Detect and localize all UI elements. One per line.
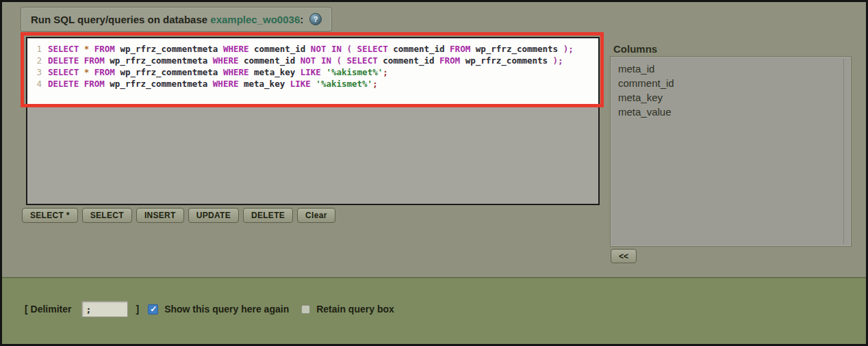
sql-token: DELETE FROM (48, 55, 110, 66)
update-button[interactable]: UPDATE (188, 208, 239, 223)
sql-token: * (84, 67, 94, 77)
sql-code[interactable]: 1SELECT * FROM wp_rfrz_commentmeta WHERE… (27, 38, 576, 90)
sql-token: wp_rfrz_commentmeta (120, 67, 223, 77)
sql-token: WHERE (213, 55, 244, 66)
sql-line: 4DELETE FROM wp_rfrz_commentmeta WHERE m… (31, 78, 574, 90)
line-number: 3 (31, 66, 42, 78)
sql-line: 1SELECT * FROM wp_rfrz_commentmeta WHERE… (31, 43, 574, 55)
sql-token: WHERE (223, 67, 254, 77)
sql-token: wp_rfrz_commentmeta (110, 55, 213, 66)
sql-token: SELECT (357, 44, 394, 54)
delimiter-input[interactable] (81, 301, 128, 317)
page-title-text: Run SQL query/queries on database exampl… (31, 14, 303, 25)
title-prefix: Run SQL query/queries on database (31, 14, 210, 25)
select-star-button[interactable]: SELECT * (22, 208, 78, 223)
database-name: examplec_wo0036 (210, 14, 300, 25)
sql-token: DELETE FROM (48, 79, 110, 89)
main-area: Run SQL query/queries on database exampl… (2, 2, 866, 277)
query-builder-toolbar: SELECT *SELECTINSERTUPDATEDELETEClear (22, 208, 335, 223)
footer-bar: [ Delimiter ] Show this query here again… (2, 277, 866, 344)
show-query-checkbox[interactable] (148, 304, 158, 315)
sql-token: SELECT (48, 67, 84, 77)
line-number: 4 (31, 78, 42, 90)
column-item[interactable]: meta_key (618, 90, 851, 105)
sql-token: meta_key (244, 79, 290, 89)
delimiter-label: [ Delimiter (25, 304, 71, 315)
sql-token: SELECT (347, 55, 383, 66)
delimiter-bracket-close: ] (136, 304, 139, 315)
sql-token: WHERE (223, 44, 254, 54)
sql-token: FROM (450, 44, 476, 54)
columns-panel-label: Columns (613, 43, 657, 55)
sql-token: NOT IN (311, 44, 347, 54)
sql-line: 2DELETE FROM wp_rfrz_commentmeta WHERE c… (31, 55, 574, 66)
sql-token: meta_key (254, 67, 301, 77)
sql-token: FROM (94, 44, 120, 54)
column-item[interactable]: meta_id (618, 62, 851, 76)
sql-token: wp_rfrz_comments (465, 55, 553, 66)
sql-token: WHERE (213, 79, 244, 89)
sql-token: LIKE (290, 79, 316, 89)
sql-token: ); (553, 55, 563, 66)
show-query-label: Show this query here again (164, 304, 289, 315)
line-number: 1 (31, 43, 42, 55)
sql-token: wp_rfrz_comments (476, 44, 563, 54)
collapse-columns-button[interactable]: << (611, 249, 637, 263)
sql-query-page: Run SQL query/queries on database exampl… (0, 0, 868, 346)
clear-button[interactable]: Clear (297, 208, 335, 223)
delete-button[interactable]: DELETE (243, 208, 293, 223)
sql-token: '%akismet%' (316, 79, 372, 89)
sql-token: comment_id (254, 44, 311, 54)
sql-token: wp_rfrz_commentmeta (120, 44, 223, 54)
sql-token: comment_id (393, 44, 450, 54)
footer-options-row: [ Delimiter ] Show this query here again… (25, 301, 394, 317)
sql-token: LIKE (301, 67, 327, 77)
sql-line: 3SELECT * FROM wp_rfrz_commentmeta WHERE… (31, 66, 574, 78)
sql-editor[interactable]: 1SELECT * FROM wp_rfrz_commentmeta WHERE… (26, 37, 600, 205)
sql-token: SELECT (48, 44, 84, 54)
line-number: 2 (31, 55, 42, 66)
sql-token: wp_rfrz_commentmeta (110, 79, 213, 89)
sql-token: FROM (94, 67, 120, 77)
sql-token: ( (336, 55, 346, 66)
sql-token: ); (563, 44, 574, 54)
sql-token: comment_id (383, 55, 439, 66)
page-title: Run SQL query/queries on database exampl… (21, 7, 332, 31)
sql-token: ( (347, 44, 357, 54)
retain-query-label: Retain query box (316, 304, 394, 315)
sql-token: FROM (439, 55, 465, 66)
column-item[interactable]: comment_id (618, 76, 851, 90)
sql-token: comment_id (244, 55, 301, 66)
sql-token: NOT IN (301, 55, 337, 66)
sql-editor-text-region[interactable]: 1SELECT * FROM wp_rfrz_commentmeta WHERE… (27, 38, 598, 105)
retain-query-checkbox[interactable] (301, 305, 310, 314)
select-button[interactable]: SELECT (82, 208, 132, 223)
insert-button[interactable]: INSERT (136, 208, 184, 223)
column-item[interactable]: meta_value (618, 105, 851, 119)
columns-list[interactable]: meta_idcomment_idmeta_keymeta_value (610, 56, 852, 247)
help-icon[interactable]: ? (309, 13, 322, 25)
sql-token: ; (383, 67, 388, 77)
sql-token: * (84, 44, 94, 54)
sql-token: '%akismet%' (326, 67, 383, 77)
title-suffix: : (300, 14, 303, 25)
sql-token: ; (372, 79, 378, 89)
